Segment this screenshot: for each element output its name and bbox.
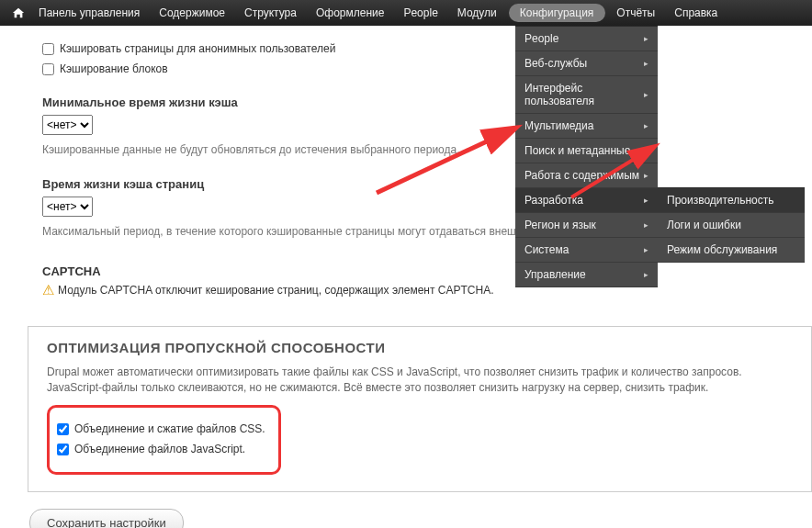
chevron-right-icon: ▸ <box>644 243 648 256</box>
aggregate-js-row[interactable]: Объединение файлов JavaScript. <box>57 443 265 455</box>
chevron-right-icon: ▸ <box>644 194 648 207</box>
toolbar-item-modules[interactable]: Модули <box>448 0 507 26</box>
config-submenu: People▸Веб-службы▸Интерфейс пользователя… <box>515 26 658 287</box>
config-submenu-item[interactable]: Поиск и метаданные▸ <box>515 139 658 163</box>
warning-icon: ⚠ <box>42 282 54 298</box>
config-submenu-item[interactable]: Мультимедиа▸ <box>515 114 658 139</box>
development-submenu-item[interactable]: Логи и ошибки <box>658 213 805 238</box>
config-submenu-item[interactable]: Регион и язык▸ <box>515 213 658 238</box>
development-submenu: ПроизводительностьЛоги и ошибкиРежим обс… <box>658 187 805 263</box>
toolbar-item-people[interactable]: People <box>394 0 447 26</box>
bandwidth-optimization-desc: Drupal может автоматически оптимизироват… <box>47 365 793 396</box>
development-submenu-item[interactable]: Режим обслуживания <box>658 238 805 263</box>
toolbar-item-configuration[interactable]: Конфигурация <box>509 4 606 22</box>
home-icon[interactable] <box>7 0 29 26</box>
admin-toolbar: Панель управления Содержимое Структура О… <box>0 0 812 26</box>
config-submenu-item[interactable]: Интерфейс пользователя▸ <box>515 76 658 114</box>
highlight-box: Объединение и сжатие файлов CSS. Объедин… <box>47 405 281 475</box>
toolbar-item-dashboard[interactable]: Панель управления <box>29 0 150 26</box>
toolbar-item-help[interactable]: Справка <box>665 0 727 26</box>
aggregate-css-checkbox[interactable] <box>57 423 69 435</box>
aggregate-css-row[interactable]: Объединение и сжатие файлов CSS. <box>57 422 265 435</box>
aggregate-js-label: Объединение файлов JavaScript. <box>74 443 245 455</box>
chevron-right-icon: ▸ <box>644 119 648 132</box>
chevron-right-icon: ▸ <box>644 219 648 231</box>
aggregate-js-checkbox[interactable] <box>57 444 69 455</box>
captcha-warning-row: ⚠ Модуль CAPTCHA отключит кеширование ст… <box>42 282 812 298</box>
chevron-right-icon: ▸ <box>644 57 648 70</box>
chevron-right-icon: ▸ <box>644 169 648 182</box>
chevron-right-icon: ▸ <box>644 88 648 101</box>
captcha-heading: CAPTCHA <box>42 264 812 278</box>
min-cache-lifetime-select[interactable]: <нет> <box>42 115 93 135</box>
chevron-right-icon: ▸ <box>644 32 648 45</box>
min-cache-lifetime-label: Минимальное время жизни кэша <box>42 95 812 109</box>
captcha-warning-text: Модуль CAPTCHA отключит кеширование стра… <box>58 284 494 297</box>
page-content: Кэшировать страницы для анонимных пользо… <box>0 26 812 528</box>
cache-blocks-checkbox[interactable] <box>42 63 54 75</box>
toolbar-item-appearance[interactable]: Оформление <box>307 0 394 26</box>
config-submenu-item[interactable]: Разработка▸ <box>515 188 658 213</box>
cache-anon-checkbox-row[interactable]: Кэшировать страницы для анонимных пользо… <box>42 42 812 55</box>
cache-blocks-label: Кэширование блоков <box>60 62 168 75</box>
config-submenu-item[interactable]: Работа с содержимым▸ <box>515 163 658 188</box>
page-cache-lifetime-select[interactable]: <нет> <box>42 197 93 217</box>
config-submenu-item[interactable]: Система▸ <box>515 238 658 263</box>
config-submenu-item[interactable]: Управление▸ <box>515 263 658 287</box>
bandwidth-optimization-fieldset: ОПТИМИЗАЦИЯ ПРОПУСКНОЙ СПОСОБНОСТИ Drupa… <box>28 326 812 492</box>
bandwidth-optimization-title: ОПТИМИЗАЦИЯ ПРОПУСКНОЙ СПОСОБНОСТИ <box>47 340 793 355</box>
toolbar-item-reports[interactable]: Отчёты <box>607 0 665 26</box>
cache-anon-checkbox[interactable] <box>42 43 54 55</box>
save-button[interactable]: Сохранить настройки <box>29 509 184 528</box>
chevron-right-icon: ▸ <box>644 144 648 157</box>
config-submenu-item[interactable]: Веб-службы▸ <box>515 51 658 76</box>
chevron-right-icon: ▸ <box>644 268 648 281</box>
min-cache-lifetime-desc: Кэшированные данные не будут обновляться… <box>42 142 812 157</box>
development-submenu-item[interactable]: Производительность <box>658 188 805 213</box>
toolbar-item-content[interactable]: Содержимое <box>150 0 235 26</box>
cache-blocks-checkbox-row[interactable]: Кэширование блоков <box>42 62 812 75</box>
config-submenu-item[interactable]: People▸ <box>515 27 658 51</box>
cache-anon-label: Кэшировать страницы для анонимных пользо… <box>60 42 335 55</box>
aggregate-css-label: Объединение и сжатие файлов CSS. <box>74 422 265 435</box>
toolbar-item-structure[interactable]: Структура <box>235 0 307 26</box>
